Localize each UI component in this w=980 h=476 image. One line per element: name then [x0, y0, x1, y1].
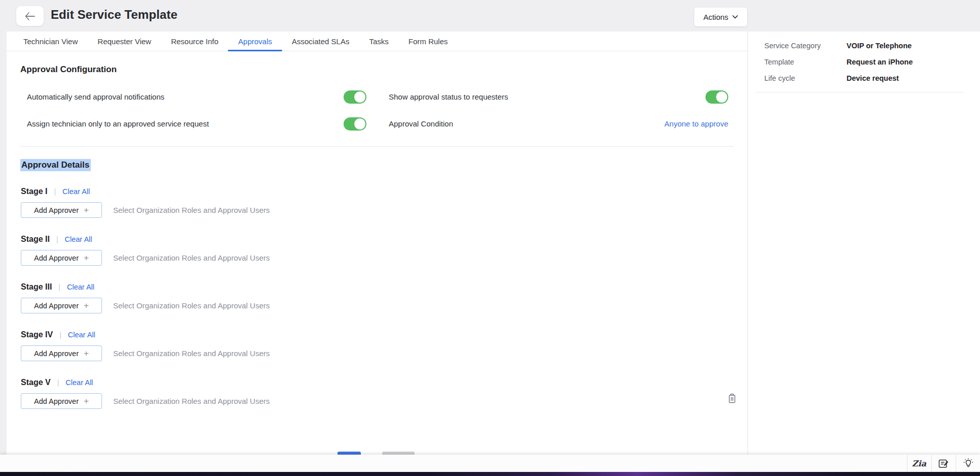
- stage-block-5: Stage V | Clear All Add Approver + Selec…: [21, 378, 748, 409]
- zia-assistant-icon: Zia: [911, 458, 928, 469]
- tab-bar: Technician View Requester View Resource …: [7, 31, 748, 51]
- plus-icon: +: [84, 206, 89, 214]
- page-title: Edit Service Template: [51, 8, 178, 22]
- clear-all-link[interactable]: Clear All: [67, 283, 94, 291]
- info-label: Life cycle: [764, 74, 847, 82]
- delete-stage-button[interactable]: [726, 392, 737, 404]
- stage-hint: Select Organization Roles and Approval U…: [113, 301, 270, 310]
- compose-note-icon: [938, 459, 949, 468]
- add-approver-label: Add Approver: [34, 350, 79, 358]
- lightbulb-icon: [963, 458, 974, 469]
- stage-separator: |: [58, 283, 60, 291]
- section-divider: [20, 146, 734, 147]
- add-approver-button[interactable]: Add Approver +: [21, 250, 102, 266]
- clear-all-link[interactable]: Clear All: [65, 235, 92, 243]
- arrow-left-icon: [24, 12, 36, 21]
- add-approver-button[interactable]: Add Approver +: [21, 298, 102, 313]
- stage-hint: Select Organization Roles and Approval U…: [113, 206, 270, 214]
- clear-all-link[interactable]: Clear All: [68, 331, 95, 339]
- tab-form-rules[interactable]: Form Rules: [409, 31, 448, 51]
- trash-icon: [728, 393, 736, 403]
- add-approver-label: Add Approver: [34, 206, 79, 214]
- approval-details-heading-text: Approval Details: [20, 159, 91, 171]
- setting-label-send-notifications: Automatically send approval notification…: [27, 92, 164, 101]
- add-approver-label: Add Approver: [34, 302, 79, 310]
- info-value: VOIP or Telephone: [847, 42, 911, 50]
- plus-icon: +: [84, 253, 89, 262]
- stage-name: Stage IV: [21, 330, 53, 339]
- clear-all-link[interactable]: Clear All: [62, 187, 90, 196]
- add-approver-button[interactable]: Add Approver +: [21, 345, 102, 361]
- stage-block-1: Stage I | Clear All Add Approver + Selec…: [21, 187, 748, 218]
- info-label: Service Category: [764, 42, 847, 50]
- tab-technician-view[interactable]: Technician View: [23, 31, 78, 51]
- actions-button[interactable]: Actions: [694, 8, 747, 26]
- actions-button-label: Actions: [703, 13, 728, 21]
- template-info-panel: Service Category VOIP or Telephone Templ…: [748, 31, 980, 476]
- stage-hint: Select Organization Roles and Approval U…: [113, 349, 270, 358]
- info-row-service-category: Service Category VOIP or Telephone: [764, 38, 980, 54]
- stage-hint: Select Organization Roles and Approval U…: [113, 397, 270, 405]
- stage-separator: |: [57, 378, 59, 387]
- plus-icon: +: [84, 397, 89, 405]
- toggle-knob: [716, 91, 728, 103]
- toggle-knob: [354, 91, 366, 103]
- main-content-panel: Technician View Requester View Resource …: [7, 31, 748, 476]
- toggle-show-status[interactable]: [705, 90, 728, 104]
- add-approver-button[interactable]: Add Approver +: [21, 202, 102, 218]
- info-value: Device request: [847, 74, 899, 82]
- setting-label-show-status: Show approval status to requesters: [389, 92, 508, 101]
- tab-resource-info[interactable]: Resource Info: [171, 31, 218, 51]
- stage-hint: Select Organization Roles and Approval U…: [113, 253, 270, 262]
- info-label: Template: [764, 58, 847, 66]
- info-value: Request an iPhone: [847, 58, 913, 66]
- info-row-template: Template Request an iPhone: [764, 54, 980, 70]
- suggestions-button[interactable]: [956, 455, 980, 472]
- clear-all-link[interactable]: Clear All: [65, 378, 93, 387]
- tab-tasks[interactable]: Tasks: [369, 31, 388, 51]
- toggle-send-notifications[interactable]: [344, 90, 366, 104]
- stage-block-4: Stage IV | Clear All Add Approver + Sele…: [21, 330, 748, 361]
- approval-condition-value-link[interactable]: Anyone to approve: [664, 119, 728, 128]
- approval-configuration-heading: Approval Configuration: [20, 65, 748, 75]
- zia-assistant-button[interactable]: Zia: [907, 455, 931, 472]
- stage-separator: |: [59, 331, 61, 339]
- compose-note-button[interactable]: [931, 455, 956, 472]
- add-approver-button[interactable]: Add Approver +: [21, 393, 102, 409]
- approval-details-heading: Approval Details: [20, 160, 748, 170]
- stage-name: Stage II: [21, 235, 50, 244]
- bottom-toolbar: Zia: [0, 455, 980, 472]
- stage-separator: |: [56, 235, 58, 243]
- approval-configuration-section: Automatically send approval notification…: [27, 85, 728, 135]
- page-header: Edit Service Template Actions: [0, 0, 980, 31]
- plus-icon: +: [84, 301, 89, 310]
- stage-name: Stage III: [21, 282, 52, 292]
- plus-icon: +: [84, 349, 89, 358]
- stage-block-2: Stage II | Clear All Add Approver + Sele…: [21, 235, 748, 266]
- info-divider: [755, 92, 965, 92]
- svg-text:Zia: Zia: [912, 459, 927, 468]
- tab-requester-view[interactable]: Requester View: [97, 31, 151, 51]
- toggle-knob: [354, 118, 366, 130]
- add-approver-label: Add Approver: [34, 397, 79, 405]
- stage-name: Stage I: [21, 187, 47, 196]
- tab-associated-slas[interactable]: Associated SLAs: [292, 31, 349, 51]
- tab-approvals[interactable]: Approvals: [238, 31, 272, 51]
- setting-label-assign-technician: Assign technician only to an approved se…: [27, 119, 209, 128]
- bottom-gradient-strip: [0, 472, 980, 476]
- info-row-life-cycle: Life cycle Device request: [764, 70, 980, 86]
- toggle-assign-technician[interactable]: [344, 117, 366, 131]
- chevron-down-icon: [732, 15, 738, 19]
- stage-block-3: Stage III | Clear All Add Approver + Sel…: [21, 282, 748, 313]
- back-button[interactable]: [16, 6, 44, 26]
- approval-condition-label: Approval Condition: [389, 119, 453, 128]
- stage-separator: |: [54, 187, 56, 196]
- add-approver-label: Add Approver: [34, 254, 79, 262]
- stage-name: Stage V: [21, 378, 51, 387]
